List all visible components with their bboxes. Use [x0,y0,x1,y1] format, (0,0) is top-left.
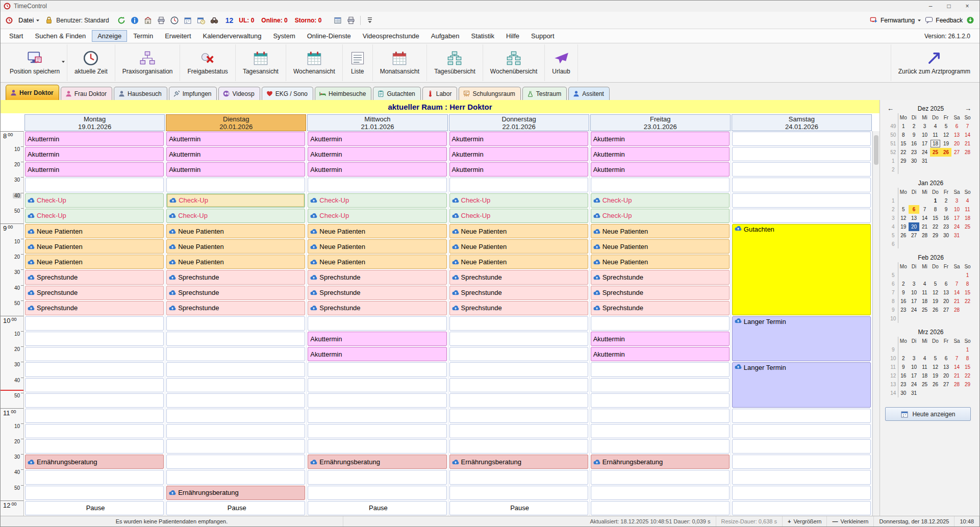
appointment-akuttermin[interactable]: Akuttermin [25,147,164,161]
download-icon[interactable] [966,16,974,24]
mini-calendar-day[interactable]: 13 [909,214,919,222]
appointment-checkup[interactable]: Check-Up [591,209,730,223]
empty-slot[interactable] [732,501,871,515]
menu-item-suchen-finden[interactable]: Suchen & Finden [29,30,91,42]
minimize-button[interactable]: – [921,1,940,12]
mini-calendar-day[interactable]: 11 [919,288,930,297]
mini-calendar-day[interactable]: 26 [941,148,951,157]
ribbon-praxisorganisation-button[interactable]: Praxisorganisation [115,44,181,81]
empty-slot[interactable] [732,209,871,223]
day-header-donnerstag[interactable]: Donnerstag22.01.2026 [449,114,589,131]
mini-calendar-day[interactable]: 17 [909,297,919,306]
appointment-neue[interactable]: Neue Patienten [308,239,446,254]
room-tab-schulungsraum[interactable]: Schulungsraum [459,87,520,100]
mini-calendar-day[interactable]: 9 [941,205,951,214]
mini-calendar-day[interactable]: 20 [941,371,951,380]
mini-calendar-day[interactable]: 25 [919,306,930,314]
mini-calendar-day[interactable]: 26 [930,380,941,389]
appointment-ernaehrung[interactable]: Ernährungsberatung [449,455,588,469]
ribbon-tagesübersicht-button[interactable]: Tagesübersicht [427,44,483,81]
empty-slot[interactable] [591,501,730,515]
mini-calendar-day[interactable]: 27 [941,306,951,314]
empty-slot[interactable] [449,486,588,500]
empty-slot[interactable] [449,424,588,438]
empty-slot[interactable] [591,424,730,438]
empty-slot[interactable] [308,378,446,392]
appointment-akuttermin[interactable]: Akuttermin [308,347,446,361]
mini-calendar-day[interactable]: 25 [962,222,973,231]
appointment-akuttermin[interactable]: Akuttermin [591,162,730,177]
refresh-icon-button[interactable] [116,15,127,26]
mini-calendar-day[interactable]: 8 [962,354,973,363]
empty-slot[interactable] [591,409,730,423]
mini-calendar-day[interactable]: 23 [898,380,909,389]
mini-calendar-day[interactable]: 11 [930,131,941,139]
appointment-neue[interactable]: Neue Patienten [591,224,730,238]
appointment-ernaehrung[interactable]: Ernährungsberatung [591,455,730,469]
ribbon-position-speichern-button[interactable]: Position speichern [3,44,67,81]
day-header-freitag[interactable]: Freitag23.01.2026 [590,114,731,131]
appointment-checkup[interactable]: Check-Up [591,193,730,208]
appointment-akuttermin[interactable]: Akuttermin [449,147,588,161]
zoom-out-button[interactable]: — Verkleinern [827,516,874,526]
appointment-sprechstunde[interactable]: Sprechstunde [308,270,446,284]
menu-item-kalenderverwaltung[interactable]: Kalenderverwaltung [197,30,267,42]
empty-slot[interactable] [25,347,164,361]
mini-calendar-day[interactable]: 18 [919,297,930,306]
empty-slot[interactable] [166,393,305,408]
mini-calendar-day[interactable]: 31 [951,231,962,240]
empty-slot[interactable] [25,424,164,438]
mini-calendar-day[interactable]: 6 [909,205,919,214]
empty-slot[interactable] [25,378,164,392]
empty-slot[interactable] [166,378,305,392]
room-tab-testraum[interactable]: Testraum [522,87,567,100]
mini-calendar-day[interactable]: 10 [951,205,962,214]
mini-calendar-day[interactable]: 20 [951,139,962,148]
appointment-neue[interactable]: Neue Patienten [166,255,305,269]
appointment-akuttermin[interactable]: Akuttermin [308,162,446,177]
empty-slot[interactable] [449,178,588,192]
appointment-checkup[interactable]: Check-Up [308,209,446,223]
mini-calendar-day[interactable]: 18 [930,139,941,148]
mini-calendar-day[interactable]: 2 [898,354,909,363]
next-month-arrow-icon[interactable]: → [965,105,971,112]
menu-item-start[interactable]: Start [4,30,29,42]
mini-calendar-day[interactable]: 25 [919,380,930,389]
print-icon-button[interactable] [345,15,357,26]
mini-calendar-day[interactable]: 20 [909,222,919,231]
appointment-akuttermin[interactable]: Akuttermin [25,162,164,177]
empty-slot[interactable] [449,470,588,484]
mini-calendar-day[interactable]: 14 [951,363,962,371]
appointment-checkup[interactable]: Check-Up [25,209,164,223]
show-today-button[interactable]: Heute anzeigen [885,407,971,421]
mini-calendar-day[interactable]: 7 [951,280,962,288]
appointment-neue[interactable]: Neue Patienten [449,224,588,238]
appointment-sprechstunde[interactable]: Sprechstunde [449,301,588,315]
appointment-neue[interactable]: Neue Patienten [591,255,730,269]
empty-slot[interactable] [732,178,871,192]
mini-calendar-day[interactable]: 8 [898,131,909,139]
mini-calendar-day[interactable]: 29 [930,231,941,240]
mini-calendar-day[interactable]: 24 [951,222,962,231]
mini-calendar-day[interactable]: 10 [909,363,919,371]
mini-calendar-day[interactable]: 22 [898,148,909,157]
print-icon-button[interactable] [156,15,167,26]
empty-slot[interactable] [732,409,871,423]
mini-calendar-day[interactable]: 30 [941,231,951,240]
appointment-sprechstunde[interactable]: Sprechstunde [25,286,164,300]
appointment-pause[interactable]: Pause [25,501,164,515]
room-tab-heimbesuche[interactable]: Heimbesuche [315,87,371,100]
fernwartung-button[interactable]: Fernwartung [870,16,921,24]
clock-icon-button[interactable] [169,15,180,26]
empty-slot[interactable] [308,439,446,454]
mini-calendar-day[interactable]: 3 [909,280,919,288]
ribbon-monatsansicht-button[interactable]: Monatsansicht [373,44,427,81]
mini-calendar-day[interactable]: 9 [898,288,909,297]
menu-item-videosprechstunde[interactable]: Videosprechstunde [357,30,425,42]
empty-slot[interactable] [25,362,164,377]
appointment-neue[interactable]: Neue Patienten [25,239,164,254]
mini-calendar-day[interactable]: 28 [919,231,930,240]
appointment-pause[interactable]: Pause [166,501,305,515]
appointment-checkup[interactable]: Check-Up [308,193,446,208]
appointment-langer[interactable]: Langer Termin [732,316,871,361]
